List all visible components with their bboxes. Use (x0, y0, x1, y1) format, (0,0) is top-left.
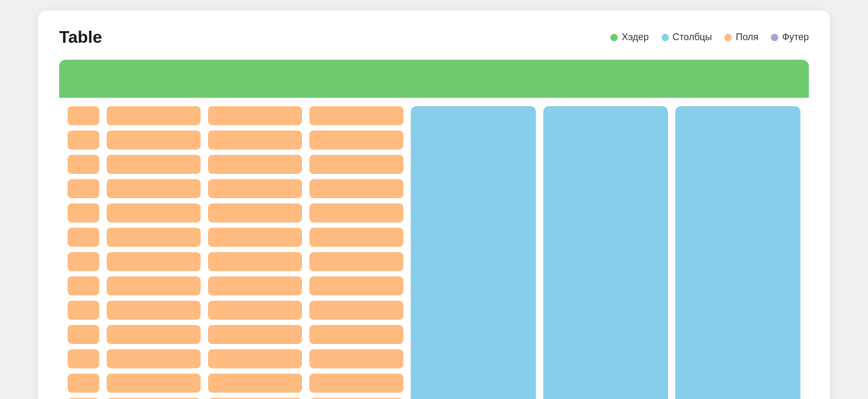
field-pill (208, 155, 302, 174)
field-pill (208, 252, 302, 271)
legend-label-header: Хэдер (621, 32, 648, 43)
field-pill (107, 374, 201, 393)
field-pill (208, 203, 302, 222)
field-pill (68, 252, 99, 271)
field-pill (68, 203, 99, 222)
legend-dot-footer (771, 34, 778, 41)
field-pill (107, 203, 201, 222)
field-pill (107, 276, 201, 295)
field-pill (208, 276, 302, 295)
field-pill (309, 131, 403, 150)
field-pill (208, 301, 302, 320)
field-pill (68, 106, 99, 125)
legend-dot-columns (662, 34, 669, 41)
field-pill (107, 106, 201, 125)
field-col-medium-3 (309, 106, 403, 399)
field-pill (208, 374, 302, 393)
legend-label-fields: Поля (735, 32, 758, 43)
field-pill (309, 276, 403, 295)
field-pill (68, 228, 99, 247)
field-pill (208, 179, 302, 198)
legend-item-fields: Поля (724, 32, 758, 43)
legend-label-footer: Футер (782, 32, 809, 43)
field-pill (309, 252, 403, 271)
field-pill (309, 349, 403, 368)
field-pill (208, 131, 302, 150)
field-col-medium-2 (208, 106, 302, 399)
field-pill (68, 349, 99, 368)
field-pill (107, 131, 201, 150)
main-card: Table ХэдерСтолбцыПоляФутер (38, 11, 830, 399)
field-pill (208, 106, 302, 125)
legend-item-header: Хэдер (610, 32, 648, 43)
field-pill (309, 106, 403, 125)
field-pill (208, 325, 302, 344)
field-pill (309, 203, 403, 222)
field-pill (68, 374, 99, 393)
field-pill (68, 155, 99, 174)
field-pill (309, 228, 403, 247)
field-pill (68, 276, 99, 295)
legend-dot-fields (724, 34, 732, 41)
field-pill (107, 155, 201, 174)
field-pill (208, 349, 302, 368)
field-pill (107, 325, 201, 344)
field-pill (68, 301, 99, 320)
page-header: Table ХэдерСтолбцыПоляФутер (59, 27, 809, 47)
field-pill (107, 252, 201, 271)
field-col-medium-1 (107, 106, 201, 399)
field-pill (68, 179, 99, 198)
legend-label-columns: Столбцы (673, 32, 712, 43)
field-pill (107, 301, 201, 320)
field-pill (107, 349, 201, 368)
legend: ХэдерСтолбцыПоляФутер (610, 32, 809, 43)
legend-item-footer: Футер (771, 32, 809, 43)
legend-item-columns: Столбцы (662, 32, 712, 43)
table-diagram (59, 60, 809, 399)
field-col-narrow (68, 106, 99, 399)
column-block-1 (411, 106, 536, 399)
field-pill (68, 131, 99, 150)
field-pill (309, 301, 403, 320)
column-block-2 (543, 106, 668, 399)
field-pill (309, 374, 403, 393)
field-pill (309, 155, 403, 174)
table-body (59, 98, 809, 399)
legend-dot-header (610, 34, 618, 41)
field-pill (107, 228, 201, 247)
page-title: Table (59, 27, 102, 47)
column-block-3 (675, 106, 800, 399)
field-pill (68, 325, 99, 344)
table-header-block (59, 60, 809, 98)
field-pill (309, 325, 403, 344)
field-pill (208, 228, 302, 247)
field-pill (309, 179, 403, 198)
field-pill (107, 179, 201, 198)
